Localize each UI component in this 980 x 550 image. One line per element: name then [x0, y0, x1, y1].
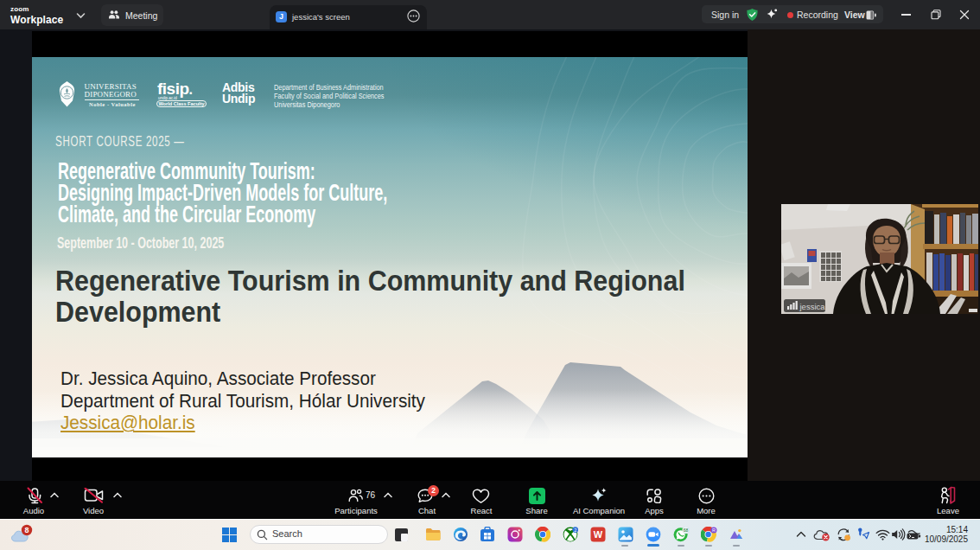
svg-text:W: W [594, 529, 603, 540]
svg-text:8: 8 [24, 526, 29, 534]
svg-text:68: 68 [684, 528, 689, 533]
svg-text:2: 2 [574, 528, 576, 533]
svg-text:R: R [712, 528, 716, 533]
